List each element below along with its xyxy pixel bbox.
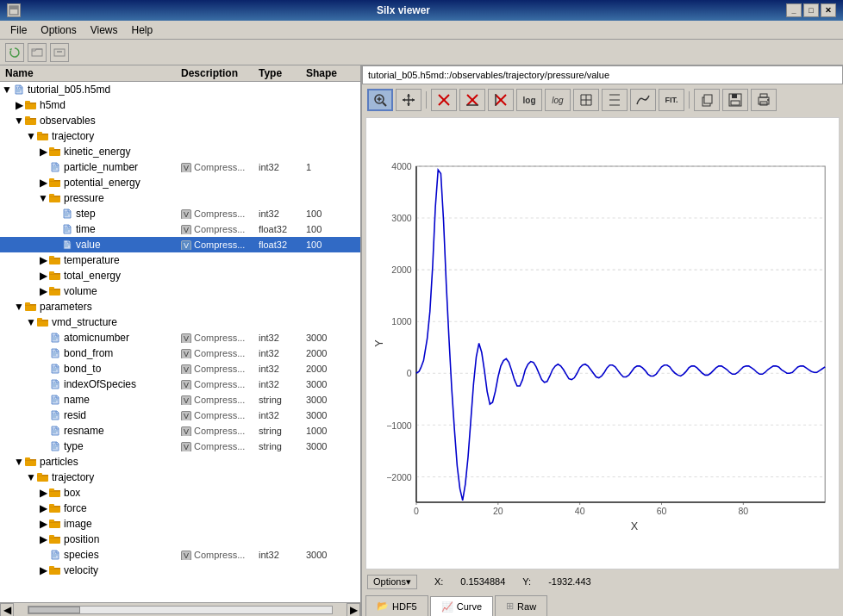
svg-text:80: 80 xyxy=(738,506,748,516)
menu-views[interactable]: Views xyxy=(84,22,125,38)
save-button[interactable] xyxy=(722,89,748,111)
tree-toggle[interactable]: ▼ xyxy=(38,192,48,204)
tree-row[interactable]: ▼vmd_structure xyxy=(0,314,360,330)
y-coord-value: -1932.443 xyxy=(548,576,591,587)
maximize-button[interactable]: □ xyxy=(803,3,819,17)
grid-button[interactable] xyxy=(573,89,599,111)
tree-row[interactable]: typeVCompress...string3000 xyxy=(0,439,360,454)
refresh-button[interactable] xyxy=(5,43,24,62)
tab-curve[interactable]: 📈 Curve xyxy=(430,596,493,616)
reset-x-button[interactable] xyxy=(459,89,485,111)
tree-row[interactable]: ▶h5md xyxy=(0,97,360,113)
tree-toggle[interactable]: ▶ xyxy=(38,564,48,576)
tree-row[interactable]: ▶velocity xyxy=(0,563,360,578)
tree-row[interactable]: atomicnumberVCompress...int323000 xyxy=(0,330,360,345)
tree-row[interactable]: residVCompress...int323000 xyxy=(0,408,360,423)
chart-toolbar: log log FIT. xyxy=(362,84,843,115)
tree-row[interactable]: resnameVCompress...string1000 xyxy=(0,423,360,439)
window-controls[interactable]: _ □ ✕ xyxy=(786,3,836,17)
tab-raw[interactable]: ⊞ Raw xyxy=(495,595,547,616)
close-file-button[interactable] xyxy=(50,43,69,62)
tree-row[interactable]: ▶total_energy xyxy=(0,268,360,283)
tree-row-shape: 3000 xyxy=(306,395,358,405)
tree-toggle[interactable]: ▶ xyxy=(38,487,48,499)
tree-row[interactable]: speciesVCompress...int323000 xyxy=(0,547,360,563)
tree-row-type: float32 xyxy=(259,240,306,250)
tree-body[interactable]: ▼tutorial_b05.h5md▶h5md▼observables▼traj… xyxy=(0,82,360,602)
tree-row[interactable]: ▶temperature xyxy=(0,252,360,268)
tree-toggle[interactable]: ▶ xyxy=(38,254,48,266)
menu-file[interactable]: File xyxy=(3,22,34,38)
svg-text:X: X xyxy=(631,520,639,532)
tree-row-desc: VCompress... xyxy=(181,441,259,451)
tree-toggle[interactable]: ▶ xyxy=(38,502,48,514)
scroll-thumb[interactable] xyxy=(28,607,80,613)
scroll-right-button[interactable]: ▶ xyxy=(347,603,360,617)
tree-toggle[interactable]: ▼ xyxy=(2,84,12,96)
tree-toggle[interactable]: ▶ xyxy=(38,285,48,297)
tree-toggle[interactable]: ▶ xyxy=(38,177,48,189)
scroll-track[interactable] xyxy=(28,606,333,614)
tree-row[interactable]: bond_fromVCompress...int322000 xyxy=(0,345,360,361)
tree-row[interactable]: ▶box xyxy=(0,485,360,501)
log-y-button[interactable]: log xyxy=(545,89,571,111)
close-button[interactable]: ✕ xyxy=(821,3,836,17)
tree-row[interactable]: indexOfSpeciesVCompress...int323000 xyxy=(0,376,360,392)
tree-toggle[interactable]: ▼ xyxy=(14,456,24,468)
chart-area[interactable]: Y X 4000 3000 2000 1000 xyxy=(365,117,840,569)
tree-toggle[interactable]: ▼ xyxy=(26,471,36,483)
tree-row[interactable]: ▼trajectory xyxy=(0,128,360,144)
tree-row[interactable]: ▶position xyxy=(0,532,360,547)
tree-row-shape: 2000 xyxy=(306,348,358,358)
tree-toggle[interactable]: ▶ xyxy=(38,270,48,282)
tree-row[interactable]: ▼particles xyxy=(0,454,360,470)
tree-row-type: int32 xyxy=(259,550,306,560)
tree-toggle[interactable]: ▶ xyxy=(38,533,48,545)
tree-toggle[interactable]: ▶ xyxy=(14,99,24,111)
tree-row[interactable]: ▼parameters xyxy=(0,299,360,314)
minimize-button[interactable]: _ xyxy=(786,3,802,17)
tree-row[interactable]: nameVCompress...string3000 xyxy=(0,392,360,408)
tree-row[interactable]: ▶volume xyxy=(0,283,360,299)
tree-toggle[interactable]: ▼ xyxy=(14,115,24,127)
reset-zoom-button[interactable] xyxy=(431,89,457,111)
tree-toggle[interactable]: ▼ xyxy=(14,301,24,313)
tree-row[interactable]: stepVCompress...int32100 xyxy=(0,206,360,221)
tree-row[interactable]: ▼observables xyxy=(0,113,360,128)
tree-row[interactable]: ▶potential_energy xyxy=(0,175,360,190)
tree-row-name: bond_to xyxy=(0,363,181,375)
tree-toggle[interactable]: ▶ xyxy=(38,146,48,158)
fit-button[interactable]: FIT. xyxy=(659,89,684,111)
tree-row[interactable]: ▶force xyxy=(0,501,360,516)
log-x-button[interactable]: log xyxy=(516,89,542,111)
menu-help[interactable]: Help xyxy=(125,22,160,38)
tree-row[interactable]: bond_toVCompress...int322000 xyxy=(0,361,360,376)
tree-row[interactable]: valueVCompress...float32100 xyxy=(0,237,360,252)
curve-button[interactable] xyxy=(630,89,656,111)
options-button[interactable]: Options▾ xyxy=(367,575,417,589)
pan-button[interactable] xyxy=(396,89,422,111)
svg-rect-130 xyxy=(704,95,712,103)
tree-row-type: string xyxy=(259,395,306,405)
menu-options[interactable]: Options xyxy=(34,22,83,38)
reset-y-button[interactable] xyxy=(488,89,514,111)
horizontal-scrollbar[interactable]: ◀ ▶ xyxy=(0,602,360,616)
tree-toggle[interactable]: ▼ xyxy=(26,316,36,328)
tree-row[interactable]: ▶image xyxy=(0,516,360,532)
scroll-left-button[interactable]: ◀ xyxy=(0,603,14,617)
tree-toggle[interactable]: ▼ xyxy=(26,130,36,142)
tree-row[interactable]: particle_numberVCompress...int321 xyxy=(0,159,360,175)
tree-row[interactable]: timeVCompress...float32100 xyxy=(0,221,360,237)
grid-y-button[interactable] xyxy=(602,89,628,111)
tree-row[interactable]: ▼trajectory xyxy=(0,470,360,485)
zoom-button[interactable] xyxy=(367,89,393,111)
tree-row[interactable]: ▼pressure xyxy=(0,190,360,206)
tree-toggle[interactable]: ▶ xyxy=(38,518,48,530)
tree-row[interactable]: ▶kinetic_energy xyxy=(0,144,360,159)
print-button[interactable] xyxy=(751,89,777,111)
open-file-button[interactable] xyxy=(28,43,47,62)
tree-row[interactable]: ▼tutorial_b05.h5md xyxy=(0,82,360,97)
copy-button[interactable] xyxy=(694,89,720,111)
tab-hdf5[interactable]: 📂 HDF5 xyxy=(365,595,428,616)
tree-row-name-text: species xyxy=(64,549,99,561)
